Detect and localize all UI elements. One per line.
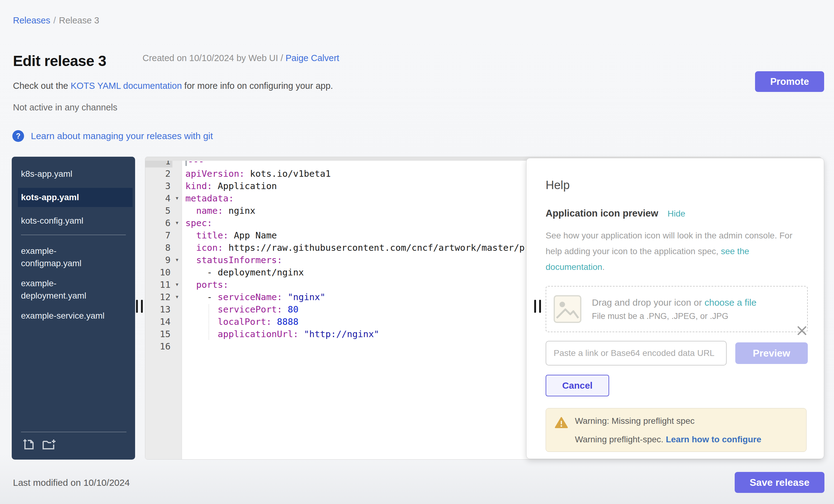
token: metadata: (185, 193, 234, 203)
git-help-label: Learn about managing your releases with … (31, 131, 213, 141)
docs-hint-prefix: Check out the (13, 81, 71, 91)
line-number: 13 (145, 303, 172, 315)
fold-toggle-icon[interactable]: ▾ (172, 291, 182, 303)
line-number: 9 (145, 254, 172, 266)
token: localPort: (218, 316, 272, 327)
file-list: k8s-app.yamlkots-app.yamlkots-config.yam… (12, 157, 135, 330)
fold-spacer (172, 180, 182, 192)
icon-url-input[interactable] (546, 341, 727, 366)
code-text: spec: (182, 217, 212, 229)
token: - (185, 292, 218, 302)
indent-guide (208, 304, 209, 339)
fold-spacer (172, 303, 182, 315)
new-folder-icon (41, 437, 57, 451)
kots-yaml-docs-link[interactable]: KOTS YAML documentation (71, 81, 182, 91)
description-period: . (602, 262, 605, 272)
author-link[interactable]: Paige Calvert (286, 53, 339, 63)
code-text: title: App Name (182, 229, 277, 242)
code-text: localPort: 8888 (182, 315, 299, 328)
fold-toggle-icon[interactable]: ▾ (172, 217, 182, 229)
token: "nginx" (288, 292, 325, 302)
file-item-example-configmap.yaml[interactable]: example-configmap.yaml (21, 245, 109, 269)
warning-text: Warning preflight-spec. (575, 435, 666, 444)
page-title: Edit release 3 (13, 52, 106, 69)
token (185, 230, 196, 241)
fold-toggle-icon[interactable]: ▾ (172, 279, 182, 291)
icon-preview-description: See how your application icon will look … (546, 228, 795, 275)
preview-button[interactable]: Preview (735, 342, 808, 364)
line-number: 14 (145, 315, 172, 328)
line-number: 7 (145, 229, 172, 242)
token (185, 205, 196, 216)
token (185, 255, 196, 265)
icon-preview-section-title: Application icon preview (546, 208, 658, 219)
breadcrumb-separator: / (53, 16, 56, 25)
line-number: 4 (145, 192, 172, 204)
sidebar-footer (12, 432, 135, 460)
promote-button[interactable]: Promote (755, 71, 824, 92)
last-modified-text: Last modified on 10/10/2024 (13, 478, 130, 488)
file-item-k8s-app.yaml[interactable]: k8s-app.yaml (21, 168, 109, 180)
token: servicePort: (218, 304, 283, 314)
token: App Name (228, 230, 277, 241)
token (271, 316, 277, 327)
line-number: 10 (145, 266, 172, 279)
image-placeholder-icon (553, 294, 582, 324)
new-file-button[interactable] (21, 437, 35, 452)
code-text: - deployment/nginx (182, 266, 304, 279)
line-number: 6 (145, 217, 172, 229)
token (299, 329, 304, 339)
breadcrumb-current: Release 3 (59, 16, 99, 25)
line-number: 12 (145, 291, 172, 303)
save-release-button[interactable]: Save release (735, 472, 825, 493)
git-help-link[interactable]: ? Learn about managing your releases wit… (12, 130, 213, 142)
line-number: 11 (145, 279, 172, 291)
file-item-kots-app.yaml[interactable]: kots-app.yaml (18, 188, 133, 207)
preflight-warning-box: Warning: Missing preflight spec Warning … (546, 408, 807, 452)
token: - deployment/nginx (185, 267, 304, 278)
file-item-example-deployment.yaml[interactable]: example-deployment.yaml (21, 277, 109, 302)
line-number: 3 (145, 180, 172, 192)
fold-spacer (172, 266, 182, 279)
cancel-button[interactable]: Cancel (546, 375, 609, 396)
token (185, 280, 196, 290)
description-text: See how your application icon will look … (546, 231, 792, 256)
choose-file-link[interactable]: choose a file (704, 297, 756, 308)
token: spec: (185, 218, 212, 228)
fold-toggle-icon[interactable]: ▾ (172, 254, 182, 266)
help-panel: Help Application icon preview Hide See h… (526, 158, 824, 459)
pane-resize-handle-left[interactable] (135, 300, 144, 313)
file-item-example-service.yaml[interactable]: example-service.yaml (21, 310, 109, 322)
sidebar-footer-divider (21, 432, 127, 432)
breadcrumb: Releases/Release 3 (13, 16, 99, 26)
token (282, 292, 287, 302)
close-help-button[interactable] (794, 323, 810, 339)
edit-release-page: Releases/Release 3 Edit release 3 Create… (0, 0, 834, 504)
token: name: (196, 205, 223, 216)
file-item-kots-config.yaml[interactable]: kots-config.yaml (21, 215, 109, 227)
code-text (182, 340, 185, 353)
code-text: apiVersion: kots.io/v1beta1 (182, 168, 331, 180)
new-folder-button[interactable] (41, 437, 57, 452)
docs-hint-suffix: for more info on configuring your app. (182, 81, 333, 91)
pane-resize-handle-right[interactable] (533, 300, 542, 313)
token (185, 329, 218, 339)
token: Application (212, 181, 277, 191)
fold-toggle-icon[interactable]: ▾ (172, 192, 182, 204)
warning-configure-link[interactable]: Learn how to configure (666, 435, 762, 444)
line-number: 2 (145, 168, 172, 180)
token: applicationUrl: (218, 329, 299, 339)
hide-link[interactable]: Hide (667, 209, 685, 219)
icon-dropzone[interactable]: Drag and drop your icon or choose a file… (546, 286, 808, 332)
breadcrumb-releases-link[interactable]: Releases (13, 16, 50, 25)
token (185, 242, 196, 253)
file-list-divider (21, 235, 126, 235)
token: kots.io/v1beta1 (245, 169, 331, 179)
channel-status: Not active in any channels (13, 103, 117, 113)
close-icon (796, 325, 808, 336)
token: ports: (196, 280, 228, 290)
warning-triangle-icon (554, 416, 568, 429)
token (185, 304, 218, 314)
warning-title: Warning: Missing preflight spec (575, 416, 761, 426)
fold-spacer (172, 242, 182, 254)
